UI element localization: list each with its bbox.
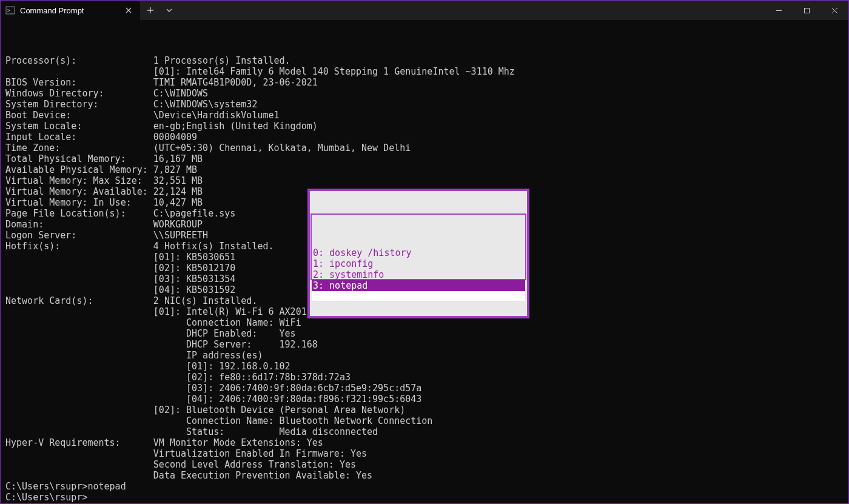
- terminal-line: Boot Device: \Device\HarddiskVolume1: [5, 110, 844, 121]
- svg-text:>_: >_: [7, 8, 13, 13]
- terminal-line: C:\Users\rsupr>: [5, 492, 844, 503]
- terminal-line: [03]: 2406:7400:9f:80da:6cb7:d5e9:295c:d…: [5, 383, 844, 394]
- titlebar: >_ Command Prompt: [1, 1, 848, 20]
- tab-dropdown-button[interactable]: [161, 1, 178, 20]
- terminal-line: IP address(es): [5, 350, 844, 361]
- terminal-line: Time Zone: (UTC+05:30) Chennai, Kolkata,…: [5, 143, 844, 153]
- terminal-line: Virtualization Enabled In Firmware: Yes: [5, 448, 844, 459]
- tab-title: Command Prompt: [20, 6, 118, 15]
- history-item[interactable]: 0: doskey /history: [312, 247, 525, 258]
- terminal-line: [02]: Bluetooth Device (Personal Area Ne…: [5, 405, 844, 415]
- new-tab-button[interactable]: [140, 1, 161, 20]
- history-item[interactable]: 1: ipconfig: [312, 258, 525, 269]
- terminal-line: Data Execution Prevention Available: Yes: [5, 470, 844, 481]
- terminal-line: Hyper-V Requirements: VM Monitor Mode Ex…: [5, 437, 844, 448]
- terminal-line: System Directory: C:\WINDOWS\system32: [5, 99, 844, 110]
- terminal-line: DHCP Enabled: Yes: [5, 328, 844, 339]
- terminal-line: Input Locale: 00004009: [5, 132, 844, 143]
- close-button[interactable]: [820, 1, 848, 20]
- terminal-line: Virtual Memory: Max Size: 32,551 MB: [5, 175, 844, 186]
- command-history-popup: 0: doskey /history1: ipconfig2: systemin…: [307, 189, 529, 318]
- history-item[interactable]: 3: notepad: [312, 280, 525, 291]
- tab-command-prompt[interactable]: >_ Command Prompt: [1, 1, 140, 20]
- terminal-window: >_ Command Prompt Proce: [0, 0, 849, 504]
- history-input-row[interactable]: [312, 291, 525, 301]
- terminal-line: Connection Name: Bluetooth Network Conne…: [5, 415, 844, 426]
- terminal-line: Connection Name: WiFi: [5, 317, 844, 328]
- cmd-icon: >_: [5, 5, 15, 15]
- titlebar-drag-region[interactable]: [178, 1, 765, 20]
- history-list[interactable]: 0: doskey /history1: ipconfig2: systemin…: [310, 213, 526, 280]
- history-item[interactable]: 2: systeminfo: [312, 269, 525, 280]
- terminal-line: Second Level Address Translation: Yes: [5, 459, 844, 470]
- terminal-line: DHCP Server: 192.168: [5, 339, 844, 350]
- terminal-line: [02]: fe80::6d17:78b:378d:72a3: [5, 372, 844, 383]
- terminal-line: Windows Directory: C:\WINDOWS: [5, 88, 844, 99]
- terminal-line: BIOS Version: TIMI RMATG4B1P0D0D, 23-06-…: [5, 77, 844, 88]
- terminal-line: System Locale: en-gb;English (United Kin…: [5, 121, 844, 132]
- terminal-line: [01]: Intel64 Family 6 Model 140 Steppin…: [5, 66, 844, 77]
- terminal-line: [01]: 192.168.0.102: [5, 361, 844, 372]
- svg-rect-2: [804, 8, 809, 13]
- terminal-line: Total Physical Memory: 16,167 MB: [5, 153, 844, 164]
- maximize-button[interactable]: [793, 1, 820, 20]
- terminal-line: Available Physical Memory: 7,827 MB: [5, 164, 844, 175]
- tab-close-button[interactable]: [123, 5, 134, 16]
- terminal-line: Status: Media disconnected: [5, 426, 844, 437]
- terminal-line: C:\Users\rsupr>notepad: [5, 481, 844, 492]
- terminal-output[interactable]: Processor(s): 1 Processor(s) Installed. …: [1, 20, 848, 503]
- minimize-button[interactable]: [765, 1, 793, 20]
- terminal-line: Processor(s): 1 Processor(s) Installed.: [5, 55, 844, 66]
- terminal-line: [04]: 2406:7400:9f:80da:f896:f321:99c5:6…: [5, 394, 844, 405]
